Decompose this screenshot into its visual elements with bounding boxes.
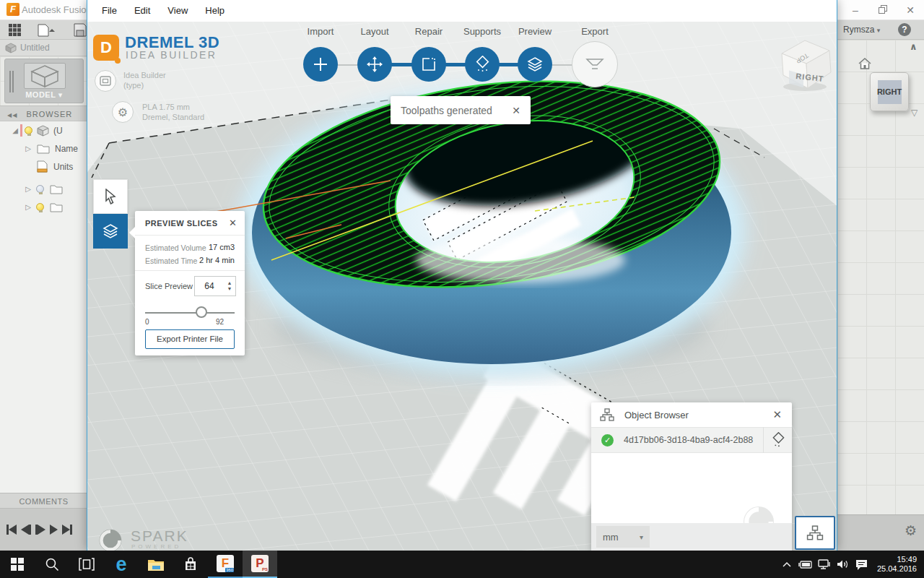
help-button[interactable]: ?: [898, 23, 911, 36]
menu-edit[interactable]: Edit: [126, 0, 159, 22]
visibility-bulb-icon[interactable]: [36, 203, 44, 211]
material-settings-button[interactable]: ⚙: [112, 101, 134, 123]
timeline-play-button[interactable]: [50, 525, 58, 535]
expander-icon[interactable]: ◢: [10, 126, 20, 134]
fusion-toolbar-right: Rymsza ▾ ?: [837, 20, 924, 40]
printer-select-button[interactable]: [95, 70, 116, 92]
fusion-viewcube[interactable]: RIGHT: [870, 72, 909, 111]
visibility-bulb-icon[interactable]: [25, 126, 32, 134]
select-tool-button[interactable]: [93, 179, 128, 214]
tree-label: Name: [55, 144, 78, 154]
minimize-button[interactable]: –: [842, 0, 869, 20]
tree-row-folder-1[interactable]: ▷: [0, 180, 87, 198]
expander-icon[interactable]: ▷: [23, 203, 33, 211]
printer-icon: [100, 76, 111, 86]
folder-icon: [50, 202, 63, 212]
layout-button[interactable]: [357, 47, 392, 82]
search-button[interactable]: [35, 551, 69, 578]
expander-icon[interactable]: ▷: [23, 185, 33, 193]
file-new-icon[interactable]: [38, 24, 56, 37]
object-browser-toggle-button[interactable]: [795, 516, 835, 550]
supports-button[interactable]: [465, 47, 500, 82]
slices-tool-button[interactable]: [93, 214, 128, 249]
rotate-arrow-icon[interactable]: ▽: [911, 108, 918, 118]
timeline-skip-end-button[interactable]: [62, 525, 72, 535]
repair-page-icon: [421, 56, 437, 72]
comments-bar[interactable]: COMMENTS: [0, 493, 87, 509]
import-button[interactable]: [303, 47, 338, 82]
dremel-viewcube[interactable]: RIGHT TOP: [770, 33, 837, 92]
tree-row-units[interactable]: Units: [0, 158, 87, 176]
menu-help[interactable]: Help: [196, 0, 233, 22]
component-cube-icon: [37, 125, 49, 137]
notification-close-icon[interactable]: ✕: [512, 105, 520, 116]
store-bag-icon: [183, 557, 198, 571]
file-explorer-button[interactable]: [139, 551, 173, 578]
export-button[interactable]: [572, 41, 618, 87]
start-button[interactable]: [0, 551, 35, 578]
menu-view[interactable]: View: [159, 0, 196, 22]
slice-slider-track[interactable]: [145, 312, 235, 314]
user-menu[interactable]: Rymsza ▾: [843, 25, 880, 35]
toolbar-export[interactable]: Export: [562, 26, 627, 87]
spark-logo: SPARK POWERED: [97, 527, 188, 551]
tree-row-folder-2[interactable]: ▷: [0, 198, 87, 216]
menu-file[interactable]: File: [93, 0, 126, 22]
panel-close-icon[interactable]: ✕: [229, 217, 237, 228]
workspace-label: MODEL ▾: [5, 90, 83, 100]
home-icon[interactable]: [858, 57, 872, 70]
browser-panel-header[interactable]: ◀◀ BROWSER: [0, 105, 87, 121]
chevron-up-icon[interactable]: ∧: [910, 41, 918, 52]
object-id: 4d17bb06-3d18-4ba9-acf4-2b88: [624, 435, 763, 445]
fusion-360-taskbar-button[interactable]: F 360: [208, 551, 243, 578]
save-icon[interactable]: [74, 23, 87, 37]
panel-grip[interactable]: [9, 71, 14, 92]
battery-tray-icon[interactable]: [796, 560, 815, 569]
export-printer-file-button[interactable]: Export Printer File: [145, 329, 235, 349]
timeline-skip-start-button[interactable]: [6, 525, 17, 535]
network-tray-icon[interactable]: [815, 559, 834, 569]
folder-icon: [50, 184, 63, 194]
tree-row-named-views[interactable]: ▷ Name: [0, 139, 87, 158]
slice-preview-stepper[interactable]: 64 ▲ ▼: [194, 276, 236, 296]
object-row[interactable]: ✓ 4d17bb06-3d18-4ba9-acf4-2b88: [591, 427, 792, 453]
tray-expand-chevron[interactable]: [777, 561, 796, 567]
edge-button[interactable]: e: [104, 551, 139, 578]
tree-label: (U: [53, 126, 63, 136]
settings-gear-icon[interactable]: ⚙: [905, 522, 917, 539]
timeline-step-back-button[interactable]: [21, 525, 31, 535]
object-supports-button[interactable]: [763, 427, 792, 453]
restore-button[interactable]: [869, 0, 897, 20]
slice-slider-handle[interactable]: [196, 306, 207, 318]
fusion-logo-icon: F: [6, 3, 19, 16]
dremel-logo-icon: D: [93, 35, 119, 61]
timeline-step-forward-button[interactable]: [35, 525, 45, 535]
toolbar-preview[interactable]: Preview: [502, 26, 567, 82]
supports-diamond-icon: [770, 432, 786, 448]
close-button[interactable]: ✕: [897, 0, 924, 20]
print-studio-taskbar-button[interactable]: P PS: [243, 551, 277, 578]
expander-icon[interactable]: ▷: [23, 144, 33, 152]
dremel-3d-viewport[interactable]: D DREMEL3D IDEA BUILDER Idea Builder(typ…: [87, 22, 837, 551]
preview-button[interactable]: [518, 47, 552, 82]
tree-row-root[interactable]: ◢ (U: [0, 121, 87, 139]
fusion-document-tab[interactable]: Untitled: [0, 40, 87, 56]
workspace-selector[interactable]: MODEL ▾: [4, 59, 84, 103]
visibility-bulb-icon[interactable]: [36, 185, 44, 193]
action-center-tray-icon[interactable]: [853, 559, 871, 570]
taskbar-clock[interactable]: 15:49 25.04.2016: [877, 555, 917, 574]
store-button[interactable]: [173, 551, 208, 578]
units-select[interactable]: mm ▾: [596, 526, 650, 548]
spin-down-icon[interactable]: ▼: [227, 286, 232, 292]
print-studio-icon: P PS: [251, 555, 269, 572]
task-view-button[interactable]: [69, 551, 104, 578]
spin-up-icon[interactable]: ▲: [227, 280, 232, 286]
apps-grid-icon[interactable]: [9, 24, 21, 36]
collapse-icon[interactable]: ◀◀: [7, 112, 17, 118]
repair-button[interactable]: [411, 47, 446, 82]
windows-logo-icon: [11, 558, 24, 571]
search-icon: [45, 557, 59, 571]
object-browser-close-icon[interactable]: ✕: [772, 408, 782, 421]
clock-time: 15:49: [877, 555, 917, 564]
volume-tray-icon[interactable]: [834, 559, 853, 569]
